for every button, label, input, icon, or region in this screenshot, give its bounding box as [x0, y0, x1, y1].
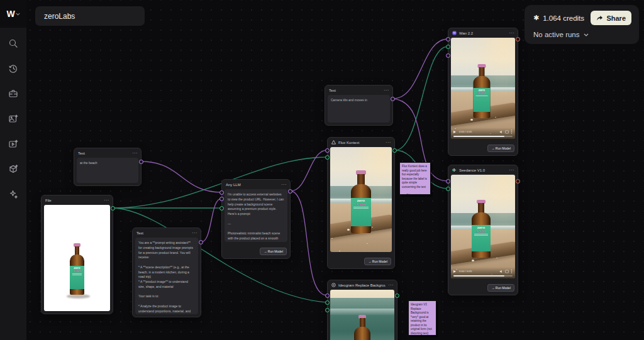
- sticky-note-ideogram[interactable]: Ideogram V3 Replace Background is *very*…: [408, 300, 436, 336]
- video-controls[interactable]: 0:00 / 0:05: [451, 128, 515, 139]
- ai-sparkles-icon[interactable]: [8, 189, 19, 200]
- node-header[interactable]: Text ⋯: [74, 148, 141, 158]
- input-port-system[interactable]: [219, 197, 224, 201]
- play-icon[interactable]: [453, 131, 456, 133]
- progress-bar[interactable]: [453, 275, 513, 277]
- run-model-button[interactable]: → Run Model: [487, 284, 514, 292]
- workflow-canvas[interactable]: Text ⋯ at the beach File ⋯ zero Labs: [0, 0, 644, 340]
- toolbox-icon[interactable]: [8, 88, 19, 99]
- app-logo[interactable]: W: [0, 0, 26, 28]
- video-controls[interactable]: 0:00 / 0:05: [451, 267, 515, 278]
- node-menu-icon[interactable]: ⋯: [132, 151, 137, 155]
- node-header[interactable]: Text ⋯: [133, 228, 201, 238]
- node-text-camera[interactable]: Text ⋯ Camera tilts and moves in: [325, 85, 393, 126]
- node-header[interactable]: Seedance V1.0 ⋯: [448, 165, 518, 175]
- volume-icon[interactable]: [499, 270, 503, 273]
- input-port-mask[interactable]: [325, 308, 330, 312]
- project-title-pill[interactable]: zeroLabs: [35, 6, 145, 26]
- output-port-image[interactable]: [111, 206, 115, 211]
- node-text-scene[interactable]: Text ⋯ at the beach: [74, 148, 142, 186]
- run-model-button[interactable]: → Run Model: [260, 248, 287, 255]
- node-header[interactable]: Any LLM ⋯: [222, 180, 290, 189]
- kebab-icon[interactable]: [511, 129, 513, 134]
- text-content[interactable]: at the beach: [77, 158, 138, 183]
- node-menu-icon[interactable]: ⋯: [386, 141, 391, 145]
- bottle: zero Labs: [472, 64, 491, 118]
- output-port-image[interactable]: [395, 293, 399, 298]
- play-icon[interactable]: [453, 270, 456, 273]
- kebab-icon[interactable]: [511, 269, 513, 273]
- node-file[interactable]: File ⋯ zero Labs: [41, 195, 113, 314]
- node-footer: → Run Model: [448, 281, 518, 295]
- wire-textsystem-to-anyllm[interactable]: [201, 199, 221, 242]
- node-title: File: [45, 199, 101, 202]
- input-port-prompt[interactable]: [446, 179, 450, 184]
- output-port-text[interactable]: [391, 97, 395, 101]
- 3d-object-icon[interactable]: [8, 163, 19, 175]
- node-title: Ideogram Replace Background: [338, 283, 386, 287]
- node-menu-icon[interactable]: ⋯: [388, 283, 393, 287]
- volume-icon[interactable]: [499, 130, 503, 134]
- video-time: 0:00 / 0:05: [459, 270, 497, 273]
- bottle-body: zero Labs: [70, 255, 84, 295]
- node-flux-kontext[interactable]: Flux Kontext ⋯ zero Labs: [327, 137, 395, 269]
- input-port-image[interactable]: [325, 155, 330, 160]
- fullscreen-icon[interactable]: [505, 270, 509, 273]
- node-seedance[interactable]: Seedance V1.0 ⋯ zero Labs: [448, 165, 518, 295]
- image-generate-icon[interactable]: [8, 113, 19, 124]
- node-header[interactable]: Flux Kontext ⋯: [328, 138, 394, 147]
- node-wan[interactable]: Wan 2.2 ⋯ zero Labs: [448, 28, 518, 156]
- history-icon[interactable]: [8, 63, 19, 74]
- node-header[interactable]: File ⋯: [42, 195, 113, 205]
- output-port-text[interactable]: [288, 189, 292, 194]
- bottle: zero Labs: [470, 200, 492, 258]
- text-content[interactable]: You are a **prompt writing assistant** f…: [135, 238, 198, 314]
- fullscreen-icon[interactable]: [505, 130, 509, 134]
- generated-video[interactable]: zero Labs 0:00 / 0:05: [451, 38, 515, 139]
- input-port-prompt[interactable]: [325, 148, 330, 153]
- input-port-negative[interactable]: [446, 53, 450, 58]
- node-header[interactable]: Text ⋯: [325, 85, 392, 95]
- node-menu-icon[interactable]: ⋯: [509, 168, 514, 172]
- input-port-image[interactable]: [446, 45, 450, 49]
- node-menu-icon[interactable]: ⋯: [104, 199, 109, 202]
- wire-flux-to-wan[interactable]: [395, 47, 448, 150]
- run-model-button[interactable]: → Run Model: [364, 258, 391, 265]
- active-runs-dropdown[interactable]: No active runs: [533, 31, 631, 38]
- output-port-image[interactable]: [392, 148, 397, 153]
- input-port-image[interactable]: [446, 187, 450, 191]
- node-menu-icon[interactable]: ⋯: [281, 183, 286, 187]
- node-menu-icon[interactable]: ⋯: [384, 89, 389, 92]
- node-text-system[interactable]: Text ⋯ You are a **prompt writing assist…: [132, 228, 201, 317]
- search-icon[interactable]: [8, 38, 19, 49]
- text-content[interactable]: Camera tilts and moves in: [328, 95, 390, 123]
- wire-textcamera-to-wan[interactable]: [393, 39, 448, 99]
- progress-bar[interactable]: [453, 136, 513, 137]
- generated-video[interactable]: zero Labs 0:00 / 0:05: [451, 175, 515, 278]
- share-button[interactable]: Share: [591, 11, 631, 25]
- wire-anyllm-to-flux[interactable]: [291, 150, 327, 191]
- output-port-video[interactable]: [516, 37, 520, 41]
- input-port-prompt[interactable]: [325, 293, 330, 298]
- sticky-note-flux[interactable]: Flux Kontext does a really good job here…: [399, 162, 431, 195]
- video-time: 0:00 / 0:05: [459, 130, 497, 133]
- node-menu-icon[interactable]: ⋯: [192, 231, 197, 235]
- node-any-llm[interactable]: Any LLM ⋯ I'm unable to access external …: [221, 179, 291, 259]
- video-generate-icon[interactable]: [8, 138, 19, 150]
- input-port-image[interactable]: [219, 206, 224, 211]
- wire-anyllm-to-ideogram[interactable]: [291, 191, 327, 295]
- generated-image: [330, 290, 394, 340]
- output-port-text[interactable]: [199, 240, 203, 244]
- node-ideogram[interactable]: Ideogram Replace Background ⋯: [327, 280, 397, 340]
- llm-output-text[interactable]: I'm unable to access external websites t…: [225, 189, 287, 242]
- node-header[interactable]: Ideogram Replace Background ⋯: [328, 280, 397, 290]
- node-header[interactable]: Wan 2.2 ⋯: [448, 28, 518, 38]
- node-title: Text: [78, 151, 130, 155]
- input-port-prompt[interactable]: [446, 37, 450, 41]
- output-port-video[interactable]: [516, 179, 520, 184]
- node-menu-icon[interactable]: ⋯: [509, 31, 514, 35]
- input-port-image[interactable]: [325, 300, 330, 305]
- input-port-prompt[interactable]: [219, 190, 224, 195]
- run-model-button[interactable]: → Run Model: [487, 145, 514, 152]
- output-port-text[interactable]: [139, 160, 143, 164]
